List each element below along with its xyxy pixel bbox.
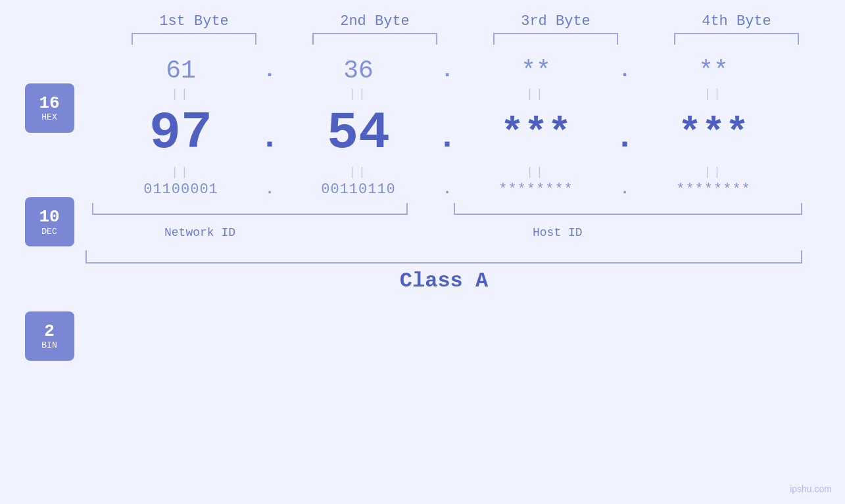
dec-b1-value: 97 — [132, 103, 230, 163]
bin-dot-2: . — [437, 181, 457, 198]
hex-badge-number: 16 — [39, 94, 59, 113]
eq1-b1: || — [171, 87, 191, 101]
bin-row: 01100001 . 00110110 . ******** . *******… — [85, 181, 809, 198]
dec-b4-value: *** — [664, 111, 763, 156]
dec-b2-segment: 54 — [279, 103, 437, 163]
dec-b3-value: *** — [487, 111, 585, 156]
byte2-header: 2nd Byte — [302, 13, 447, 30]
eq2-b3: || — [526, 166, 546, 179]
dec-b1-segment: 97 — [102, 103, 260, 163]
eq2-b4: || — [704, 166, 723, 179]
host-id-label: Host ID — [533, 226, 583, 239]
bin-badge: 2 BIN — [25, 311, 74, 361]
dec-badge: 10 DEC — [25, 197, 74, 246]
hex-dot-1: . — [260, 58, 279, 83]
bin-dot-1: . — [260, 181, 279, 198]
badges-column: 16 HEX 10 DEC 2 BIN — [0, 51, 85, 393]
watermark: ipshu.com — [790, 484, 832, 494]
hex-b2-segment: 36 — [279, 57, 437, 85]
eq2-b2: || — [349, 166, 368, 179]
top-brackets — [104, 33, 827, 45]
hex-dot-3: . — [615, 58, 635, 83]
hex-dot-2: . — [437, 58, 457, 83]
byte3-header: 3rd Byte — [483, 13, 628, 30]
bin-b1-value: 01100001 — [132, 181, 230, 198]
class-bracket — [85, 250, 802, 263]
hex-badge: 16 HEX — [25, 83, 74, 133]
dec-b2-value: 54 — [309, 103, 408, 163]
eq1-b3: || — [526, 87, 546, 101]
bin-dot-3: . — [615, 181, 635, 198]
byte4-header: 4th Byte — [664, 13, 809, 30]
class-label-area: Class A — [85, 269, 802, 293]
bin-b1-segment: 01100001 — [102, 181, 260, 198]
host-bracket — [454, 203, 802, 215]
hex-row: 61 . 36 . ** . ** — [85, 57, 809, 85]
equals-row-1: || || || || — [85, 87, 809, 101]
dec-dot-3: . — [615, 119, 635, 156]
byte1-header: 1st Byte — [122, 13, 266, 30]
dec-b4-segment: *** — [635, 111, 792, 156]
bin-b3-segment: ******** — [457, 181, 615, 198]
hex-badge-label: HEX — [41, 112, 57, 122]
hex-b4-value: ** — [664, 57, 763, 85]
equals-row-2: || || || || — [85, 166, 809, 179]
bin-badge-number: 2 — [44, 322, 55, 341]
eq1-b2: || — [349, 87, 368, 101]
bin-badge-label: BIN — [41, 340, 57, 350]
bracket-top-3 — [493, 33, 618, 45]
bin-b2-value: 00110110 — [309, 181, 408, 198]
bracket-top-1 — [132, 33, 256, 45]
hex-b3-value: ** — [487, 57, 585, 85]
dec-dot-2: . — [437, 119, 457, 156]
byte-headers: 1st Byte 2nd Byte 3rd Byte 4th Byte — [104, 13, 827, 30]
dec-b3-segment: *** — [457, 111, 615, 156]
main-container: 1st Byte 2nd Byte 3rd Byte 4th Byte 16 H… — [0, 0, 845, 504]
bin-b4-segment: ******** — [635, 181, 792, 198]
dec-badge-label: DEC — [41, 227, 57, 237]
id-labels: Network ID Host ID — [85, 226, 809, 249]
dec-badge-number: 10 — [39, 208, 59, 227]
bracket-top-2 — [312, 33, 437, 45]
bin-b4-value: ******** — [664, 181, 763, 198]
network-bracket — [92, 203, 408, 215]
bracket-top-4 — [674, 33, 799, 45]
hex-b1-value: 61 — [132, 57, 230, 85]
hex-b3-segment: ** — [457, 57, 615, 85]
hex-b2-value: 36 — [309, 57, 408, 85]
bin-b3-value: ******** — [487, 181, 585, 198]
dec-dot-1: . — [260, 119, 279, 156]
eq2-b1: || — [171, 166, 191, 179]
eq1-b4: || — [704, 87, 723, 101]
hex-b4-segment: ** — [635, 57, 792, 85]
class-label: Class A — [400, 269, 488, 293]
bottom-bracket-area — [85, 203, 809, 223]
hex-b1-segment: 61 — [102, 57, 260, 85]
bin-b2-segment: 00110110 — [279, 181, 437, 198]
network-id-label: Network ID — [164, 226, 235, 239]
dec-row: 97 . 54 . *** . *** — [85, 103, 809, 163]
